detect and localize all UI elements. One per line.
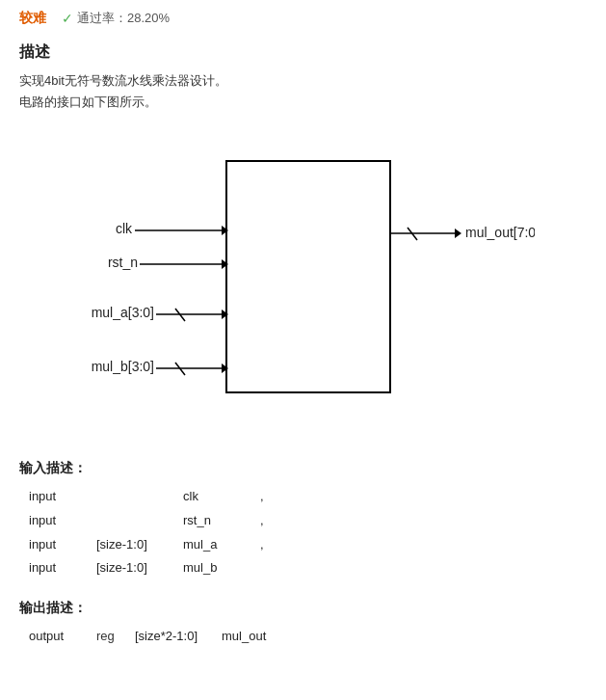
- svg-marker-17: [455, 229, 461, 238]
- input-clk-size: [96, 485, 183, 509]
- svg-rect-0: [226, 161, 390, 392]
- input-rstn-type: input: [29, 509, 96, 533]
- svg-text:mul_b[3:0]: mul_b[3:0]: [91, 359, 153, 374]
- input-mulb-type: input: [29, 556, 96, 580]
- output-mulout-name: mul_out: [222, 625, 299, 649]
- output-section-title: 输出描述：: [19, 600, 587, 617]
- circuit-diagram: clk rst_n mul_a[3:0] mul_b[3:0] mul_out[…: [19, 132, 587, 431]
- header-bar: 较难 ✓ 通过率：28.20%: [19, 10, 587, 27]
- input-mula-size: [size-1:0]: [96, 533, 183, 557]
- description-text: 实现4bit无符号数流水线乘法器设计。 电路的接口如下图所示。: [19, 70, 587, 113]
- circuit-svg: clk rst_n mul_a[3:0] mul_b[3:0] mul_out[…: [72, 132, 535, 431]
- input-mula-name: mul_a: [183, 533, 260, 557]
- input-clk-name: clk: [183, 485, 260, 509]
- input-row-mulb: input [size-1:0] mul_b: [29, 556, 587, 580]
- output-mulout-modifier: reg: [96, 625, 135, 649]
- input-rstn-comma: ,: [260, 509, 264, 533]
- description-title: 描述: [19, 42, 587, 63]
- input-row-rstn: input rst_n ,: [29, 509, 587, 533]
- svg-text:rst_n: rst_n: [107, 255, 137, 270]
- input-clk-type: input: [29, 485, 96, 509]
- input-mulb-size: [size-1:0]: [96, 556, 183, 580]
- input-rstn-name: rst_n: [183, 509, 260, 533]
- check-icon: ✓: [62, 11, 73, 26]
- pass-rate-container: ✓ 通过率：28.20%: [62, 10, 170, 27]
- input-row-clk: input clk ,: [29, 485, 587, 509]
- output-table: output reg [size*2-1:0] mul_out: [19, 625, 587, 649]
- output-row-mulout: output reg [size*2-1:0] mul_out: [29, 625, 587, 649]
- output-mulout-type: output: [29, 625, 96, 649]
- input-mula-comma: ,: [260, 533, 264, 557]
- svg-text:clk: clk: [115, 221, 132, 236]
- svg-text:mul_out[7:0]: mul_out[7:0]: [465, 225, 535, 240]
- svg-text:mul_a[3:0]: mul_a[3:0]: [91, 305, 153, 320]
- input-clk-comma: ,: [260, 485, 264, 509]
- input-mulb-name: mul_b: [183, 556, 260, 580]
- description-line-1: 实现4bit无符号数流水线乘法器设计。: [19, 70, 587, 92]
- pass-rate-label: 通过率：28.20%: [77, 10, 170, 27]
- input-row-mula: input [size-1:0] mul_a ,: [29, 533, 587, 557]
- description-line-2: 电路的接口如下图所示。: [19, 92, 587, 113]
- input-table: input clk , input rst_n , input [size-1:…: [19, 485, 587, 580]
- input-rstn-size: [96, 509, 183, 533]
- input-mula-type: input: [29, 533, 96, 557]
- output-mulout-size: [size*2-1:0]: [135, 625, 222, 649]
- input-section-title: 输入描述：: [19, 460, 587, 477]
- difficulty-label: 较难: [19, 10, 46, 27]
